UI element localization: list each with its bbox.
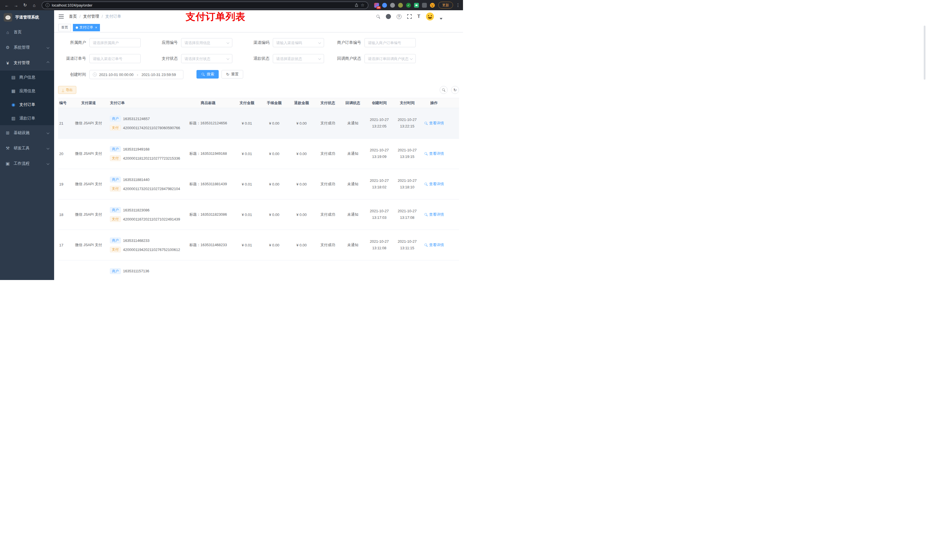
cell-action: 查看详情 (421, 151, 447, 157)
bookmark-star-icon[interactable]: ☆ (361, 3, 365, 8)
view-detail-link[interactable]: 查看详情 (424, 121, 444, 126)
cell-id: 19 (58, 182, 72, 186)
extension-icon[interactable]: 10 (374, 3, 379, 8)
extension-icon[interactable] (390, 3, 395, 8)
site-info-icon[interactable]: i (45, 3, 50, 7)
menu-label: 支付订单 (20, 102, 35, 107)
col-title: 商品标题 (183, 100, 233, 106)
sidebar-item-infra[interactable]: ⊞ 基础设施 (0, 125, 54, 140)
view-detail-link[interactable]: 查看详情 (424, 151, 444, 156)
tool-icon: ⚒ (5, 146, 10, 151)
channel-code-select[interactable] (273, 38, 324, 47)
chevron-down-icon[interactable] (440, 18, 442, 20)
cell-amount: ¥ 0.01 (233, 213, 260, 217)
menu-label: 基础设施 (14, 130, 30, 136)
fullscreen-icon[interactable] (407, 14, 412, 19)
breadcrumb-pay-manage[interactable]: 支付管理 (83, 14, 99, 19)
hamburger-icon[interactable] (59, 15, 64, 18)
app-no-select[interactable] (181, 38, 232, 47)
toggle-search-button[interactable] (440, 86, 448, 94)
refresh-icon: ↻ (453, 88, 457, 92)
help-icon[interactable]: ? (396, 14, 401, 19)
search-button[interactable]: 搜索 (197, 70, 219, 78)
browser-back-icon[interactable]: ← (3, 1, 11, 9)
channel-order-no-input-field[interactable] (93, 57, 137, 61)
channel-code-select-field[interactable] (276, 41, 321, 45)
merchant-order-no-input[interactable] (365, 38, 416, 47)
refund-status-select[interactable] (273, 54, 324, 63)
browser-reload-icon[interactable]: ↻ (21, 1, 29, 9)
dashboard-icon: ⌂ (5, 30, 10, 35)
refund-status-select-field[interactable] (276, 57, 321, 61)
sidebar-item-refund-order[interactable]: ▥ 退款订单 (0, 112, 54, 125)
view-detail-link[interactable]: 查看详情 (424, 181, 444, 187)
search-icon (424, 122, 428, 125)
share-icon[interactable] (354, 3, 359, 7)
merchant-input-field[interactable] (93, 41, 137, 45)
search-icon[interactable] (376, 15, 380, 18)
sidebar-item-app-info[interactable]: ▦ 应用信息 (0, 84, 54, 98)
tab-pay-order[interactable]: 支付订单 × (73, 24, 100, 31)
pay-status-select[interactable] (181, 54, 232, 63)
reset-button[interactable]: ↻ 重置 (221, 70, 243, 78)
cell-action: 查看详情 (421, 121, 447, 126)
browser-forward-icon[interactable]: → (12, 1, 20, 9)
app-logo[interactable]: 芋道管理系统 (0, 10, 54, 24)
channel-pay-no: 4200001173202110272847982104 (123, 187, 180, 191)
channel-order-no-input[interactable] (89, 54, 141, 63)
extensions-area: 10 ✓ (374, 3, 435, 8)
browser-menu-icon[interactable]: ⋮ (456, 3, 460, 8)
pay-submenu: ▤ 商户信息 ▦ 应用信息 ◉ 支付订单 ▥ 退款订单 (0, 71, 54, 125)
extension-icon[interactable] (422, 3, 427, 8)
notify-status-select-field[interactable] (368, 57, 412, 61)
refresh-table-button[interactable]: ↻ (451, 86, 459, 94)
breadcrumb-separator: / (79, 14, 80, 19)
avatar[interactable] (426, 12, 434, 21)
cell-notify-status: 未通知 (340, 212, 365, 217)
date-range-picker[interactable]: 2021-10-01 00:00:00 - 2021-10-31 23:59:5… (89, 70, 183, 79)
breadcrumb-home[interactable]: 首页 (69, 14, 77, 19)
cell-pay-time: 2021-10-27 13:11:15 (393, 238, 421, 252)
sidebar-item-pay[interactable]: ¥ 支付管理 (0, 55, 54, 71)
extension-icon[interactable] (430, 3, 435, 8)
sidebar-item-pay-order[interactable]: ◉ 支付订单 (0, 98, 54, 112)
merchant-order-no-input-field[interactable] (368, 41, 412, 45)
export-button[interactable]: ↓ 导出 (58, 86, 76, 94)
font-size-icon[interactable]: T (418, 14, 420, 20)
tab-home[interactable]: 首页 (58, 24, 71, 31)
extension-icon[interactable] (382, 3, 387, 8)
cell-order: 商户 1635312124657 支付 42000011742021102780… (105, 113, 183, 133)
merchant-input[interactable] (89, 38, 141, 47)
extension-icon[interactable] (398, 3, 403, 8)
cell-id: 18 (58, 213, 72, 217)
sidebar-item-system[interactable]: ⚙ 系统管理 (0, 40, 54, 55)
clock-icon (93, 72, 97, 77)
filter-create-time: 创建时间 2021-10-01 00:00:00 - 2021-10-31 23… (58, 70, 183, 79)
pay-tag: 支付 (110, 155, 121, 161)
app-no-select-field[interactable] (185, 41, 229, 45)
merchant-order-no: 1635311157136 (123, 269, 149, 273)
pay-status-select-field[interactable] (185, 57, 229, 61)
address-bar[interactable]: i localhost:1024/pay/order ☆ (42, 2, 368, 9)
update-button[interactable]: 更新 (438, 2, 453, 9)
cell-pay-time: 2021-10-27 13:17:08 (393, 208, 421, 221)
sidebar-item-workflow[interactable]: ▣ 工作流程 (0, 156, 54, 171)
sidebar-item-merchant-info[interactable]: ▤ 商户信息 (0, 71, 54, 84)
extension-icon[interactable]: ✓ (406, 3, 411, 8)
cell-fee: ¥ 0.00 (260, 182, 288, 186)
close-icon[interactable]: × (95, 26, 97, 30)
browser-home-icon[interactable]: ⌂ (30, 1, 38, 9)
sidebar-item-devtool[interactable]: ⚒ 研发工具 (0, 140, 54, 156)
extension-icon[interactable] (414, 3, 419, 8)
col-notify-status: 回调状态 (340, 100, 365, 106)
chevron-down-icon (47, 162, 50, 165)
table-row: 18 微信 JSAPI 支付 商户 1635311823086 支付 42000… (58, 199, 459, 230)
sidebar-item-home[interactable]: ⌂ 首页 (0, 24, 54, 40)
col-amount: 支付金额 (233, 100, 260, 106)
notify-status-select[interactable] (365, 54, 416, 63)
view-detail-link[interactable]: 查看详情 (424, 212, 444, 217)
header-actions: ? T (376, 12, 442, 21)
cell-channel: 微信 JSAPI 支付 (72, 181, 105, 187)
github-icon[interactable] (386, 14, 391, 19)
view-detail-link[interactable]: 查看详情 (424, 242, 444, 248)
